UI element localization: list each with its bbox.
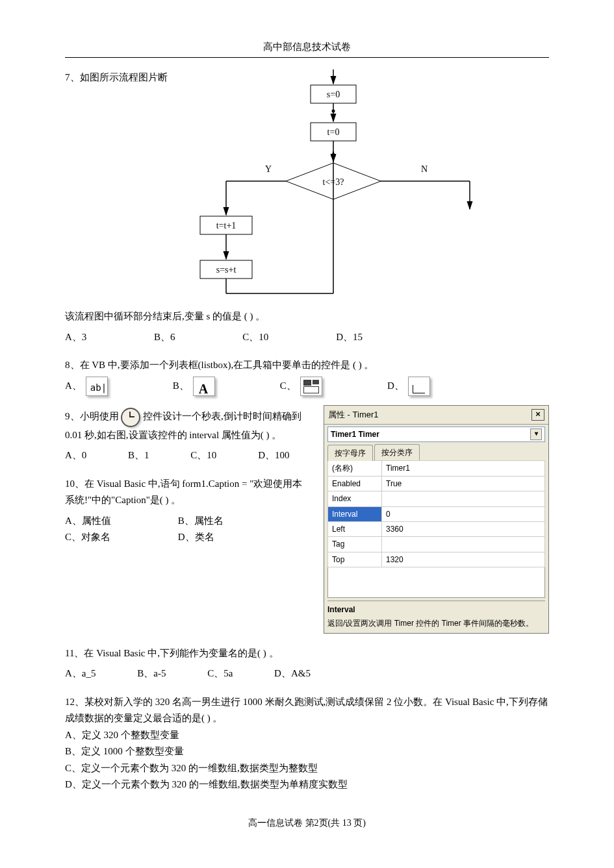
- q11-stem: 11、在 Visual Basic 中,下列能作为变量名的是( ) 。: [65, 645, 549, 662]
- q12-opt-b: B、定义 1000 个整数型变量: [65, 743, 549, 760]
- q7-opt-a: A、3: [65, 329, 86, 346]
- table-row: (名称)Timer1: [328, 461, 545, 476]
- q9-opt-a: A、0: [65, 447, 86, 464]
- q7-row: 7、如图所示流程图片断 s=0 t=0 t<=3? Y: [65, 69, 549, 309]
- q10-opt-c: C、对象名: [65, 529, 175, 546]
- q12-opt-d: D、定义一个元素个数为 320 的一维数组,数据类型为单精度实数型: [65, 776, 549, 793]
- flowchart-svg: s=0 t=0 t<=3? Y t=t+1 s=s+t: [187, 69, 486, 303]
- q12-opt-c: C、定义一个元素个数为 320 的一维数组,数据类型为整数型: [65, 760, 549, 777]
- page-title: 高中部信息技术试卷: [65, 39, 549, 56]
- q9-options: A、0 B、1 C、10 D、100: [65, 447, 312, 464]
- flow-n-label: N: [421, 164, 428, 174]
- q7-opt-d: D、15: [336, 329, 363, 346]
- listbox-icon: [300, 377, 322, 396]
- q9-opt-d: D、100: [258, 447, 289, 464]
- flow-box-sum: s=s+t: [216, 265, 236, 275]
- label-a-icon: [193, 377, 215, 396]
- close-icon[interactable]: ×: [531, 409, 544, 421]
- textbox-icon: [86, 377, 108, 396]
- chevron-down-icon: ▾: [530, 428, 542, 440]
- object-dropdown[interactable]: Timer1 Timer ▾: [327, 427, 545, 442]
- q9-opt-c: C、10: [190, 447, 216, 464]
- q7-flowchart: s=0 t=0 t<=3? Y t=t+1 s=s+t: [187, 69, 486, 309]
- flow-box-inc: t=t+1: [216, 221, 236, 230]
- q9-pre: 9、小明使用: [65, 411, 119, 421]
- tab-category[interactable]: 按分类序: [374, 444, 420, 460]
- desc-title: Interval: [327, 603, 545, 616]
- q8-opt-d: D、: [387, 378, 404, 395]
- flow-y-label: Y: [265, 164, 272, 174]
- q8-opt-a: A、: [65, 378, 82, 395]
- q12-opt-a: A、定义 320 个整数型变量: [65, 727, 549, 744]
- q10-options: A、属性值 B、属性名 C、对象名 D、类名: [65, 513, 312, 546]
- table-row: Interval0: [328, 506, 545, 521]
- q7-stem: 7、如图所示流程图片断: [65, 69, 168, 86]
- q10-opt-d: D、类名: [178, 529, 214, 546]
- q9-stem: 9、小明使用 控件设计一个秒表,倒计时时间精确到 0.01 秒,如右图,设置该控…: [65, 408, 312, 444]
- shape-icon: [408, 377, 430, 396]
- flow-box-s0: s=0: [326, 90, 339, 99]
- table-row: Index: [328, 491, 545, 506]
- q10-opt-b: B、属性名: [178, 513, 224, 530]
- q8-stem: 8、在 VB 中,要添加一个列表框(listbox),在工具箱中要单击的控件是 …: [65, 357, 549, 374]
- page-footer: 高一信息试卷 第2页(共 13 页): [65, 815, 549, 831]
- q7-options: A、3 B、6 C、10 D、15: [65, 329, 549, 346]
- q11-opt-a: A、a_5: [65, 665, 96, 682]
- q11-opt-c: C、5a: [207, 665, 233, 682]
- q7-tail: 该流程图中循环部分结束后,变量 s 的值是 ( ) 。: [65, 308, 549, 325]
- table-row: Top1320: [328, 552, 545, 567]
- properties-description: Interval 返回/设置两次调用 Timer 控件的 Timer 事件间隔的…: [327, 601, 545, 630]
- properties-empty-area: [327, 567, 545, 598]
- q7-opt-b: B、6: [154, 329, 175, 346]
- properties-title: 属性 - Timer1: [328, 408, 379, 422]
- flow-box-t0: t=0: [327, 127, 339, 137]
- q7-opt-c: C、10: [242, 329, 268, 346]
- q11-options: A、a_5 B、a-5 C、5a D、A&5: [65, 665, 549, 682]
- timer-icon: [121, 408, 140, 427]
- table-row: Left3360: [328, 521, 545, 536]
- object-dropdown-label: Timer1 Timer: [331, 428, 379, 441]
- properties-titlebar: 属性 - Timer1 ×: [324, 406, 548, 425]
- q11-opt-d: D、A&5: [274, 665, 311, 682]
- table-row: Tag: [328, 537, 545, 552]
- svg-marker-15: [331, 151, 336, 156]
- svg-point-3: [331, 109, 335, 112]
- q10-opt-a: A、属性值: [65, 513, 175, 530]
- tab-alpha[interactable]: 按字母序: [327, 445, 373, 461]
- q10-stem: 10、在 Visual Basic 中,语句 form1.Caption = "…: [65, 476, 312, 509]
- title-underline: [65, 57, 549, 58]
- properties-table: (名称)Timer1 EnabledTrue Index Interval0 L…: [327, 460, 545, 567]
- q8-opt-c: C、: [280, 378, 296, 395]
- q11-opt-b: B、a-5: [137, 665, 166, 682]
- properties-window: 属性 - Timer1 × Timer1 Timer ▾ 按字母序 按分类序 (…: [324, 405, 549, 634]
- q9-opt-b: B、1: [128, 447, 149, 464]
- desc-body: 返回/设置两次调用 Timer 控件的 Timer 事件间隔的毫秒数。: [327, 617, 545, 630]
- table-row: EnabledTrue: [328, 476, 545, 491]
- q8-opt-b: B、: [173, 378, 189, 395]
- q8-options: A、 B、 C、 D、: [65, 377, 549, 396]
- q12-stem: 12、某校对新入学的 320 名高一男生进行 1000 米耐久跑测试,测试成绩保…: [65, 694, 549, 727]
